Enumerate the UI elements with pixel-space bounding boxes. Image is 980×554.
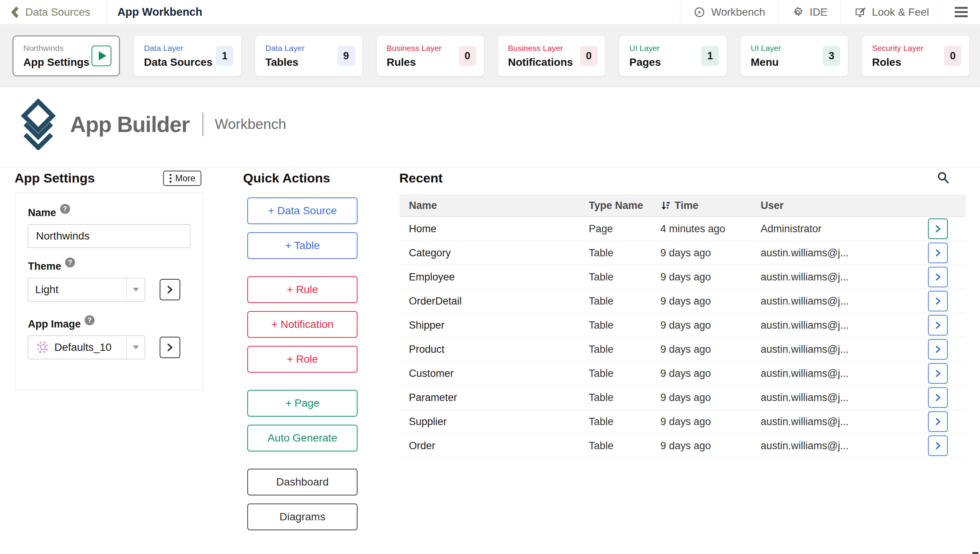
layer-card-menu[interactable]: UI LayerMenu3 <box>741 36 848 76</box>
card-title: App Settings <box>23 56 90 68</box>
logo-title: App Builder <box>70 112 189 137</box>
search-icon[interactable] <box>936 171 950 185</box>
chevron-right-icon <box>935 345 941 354</box>
card-title: Data Sources <box>144 56 212 68</box>
open-row-button[interactable] <box>928 363 948 384</box>
open-row-button[interactable] <box>928 387 948 408</box>
auto-generate-button[interactable]: Auto Generate <box>247 425 358 451</box>
add-rule-button[interactable]: + Rule <box>247 276 358 303</box>
chevron-down-icon <box>126 336 145 359</box>
more-button-label: More <box>175 173 195 184</box>
add-role-button[interactable]: + Role <box>247 346 358 373</box>
open-row-button[interactable] <box>928 218 948 239</box>
count-badge: 1 <box>701 46 719 66</box>
open-row-button[interactable] <box>928 339 948 360</box>
nav-look-feel[interactable]: Look & Feel <box>841 0 942 24</box>
nav-workbench[interactable]: Workbench <box>680 0 778 24</box>
table-row-parameter[interactable]: ParameterTable9 days agoaustin.williams@… <box>399 386 966 410</box>
cell-name: Category <box>409 247 589 259</box>
dashboard-button[interactable]: Dashboard <box>247 469 358 495</box>
name-input[interactable] <box>28 224 190 248</box>
column-header-name[interactable]: Name <box>409 200 589 212</box>
column-header-type-name[interactable]: Type Name <box>589 200 660 212</box>
app-image-open-button[interactable] <box>160 337 180 358</box>
chevron-right-icon <box>935 225 941 233</box>
layer-card-data-sources[interactable]: Data LayerData Sources1 <box>134 36 241 76</box>
table-row-customer[interactable]: CustomerTable9 days agoaustin.williams@j… <box>399 362 966 386</box>
column-header-user[interactable]: User <box>761 200 928 212</box>
kebab-icon <box>169 173 172 183</box>
divider <box>203 112 203 136</box>
open-row-button[interactable] <box>928 435 948 456</box>
count-badge: 0 <box>459 46 476 66</box>
recent-heading: Recent <box>399 171 443 186</box>
chevron-right-icon <box>935 273 941 281</box>
cell-time: 9 days ago <box>660 271 761 283</box>
table-row-category[interactable]: CategoryTable9 days agoaustin.williams@j… <box>399 241 966 265</box>
layer-card-app-settings[interactable]: NorthwindsApp Settings <box>13 36 120 76</box>
cell-name: Order <box>409 440 589 452</box>
table-row-orderdetail[interactable]: OrderDetailTable9 days agoaustin.william… <box>399 289 966 313</box>
card-layer-label: UI Layer <box>629 44 661 53</box>
cell-time: 9 days ago <box>660 416 761 428</box>
open-row-button[interactable] <box>928 291 948 311</box>
cell-name: Home <box>409 223 589 235</box>
open-row-button[interactable] <box>928 315 948 336</box>
add-data-source-button[interactable]: + Data Source <box>247 197 358 224</box>
app-image-select-value: Defaults_10 <box>54 341 111 354</box>
column-header-time[interactable]: Time <box>660 200 761 212</box>
open-row-button[interactable] <box>928 243 948 263</box>
cell-type-name: Table <box>589 344 660 355</box>
more-button[interactable]: More <box>163 171 201 186</box>
layer-card-tables[interactable]: Data LayerTables9 <box>255 36 363 76</box>
add-page-button[interactable]: + Page <box>247 390 358 417</box>
sort-descending-icon <box>660 200 671 211</box>
table-row-order[interactable]: OrderTable9 days agoaustin.williams@j... <box>399 434 966 458</box>
cell-user: austin.williams@j... <box>761 440 928 452</box>
table-row-product[interactable]: ProductTable9 days agoaustin.williams@j.… <box>399 337 966 362</box>
app-builder-logo: App Builder Workbench <box>19 99 286 150</box>
nav-ide[interactable]: IDE <box>778 0 841 24</box>
cell-name: Customer <box>409 368 589 380</box>
table-row-employee[interactable]: EmployeeTable9 days agoaustin.williams@j… <box>399 265 966 289</box>
cell-name: Shipper <box>409 319 589 331</box>
cell-time: 9 days ago <box>660 368 761 380</box>
chevron-right-icon <box>935 297 941 305</box>
cell-type-name: Table <box>589 271 660 283</box>
theme-select[interactable]: Light <box>28 278 145 301</box>
card-title: Pages <box>629 56 661 68</box>
help-icon[interactable]: ? <box>60 204 70 214</box>
open-row-button[interactable] <box>928 411 948 432</box>
add-table-button[interactable]: + Table <box>247 232 358 259</box>
table-row-supplier[interactable]: SupplierTable9 days agoaustin.williams@j… <box>399 410 966 434</box>
help-icon[interactable]: ? <box>85 315 95 325</box>
cell-user: austin.williams@j... <box>761 319 928 331</box>
cell-time: 9 days ago <box>660 344 761 355</box>
table-row-shipper[interactable]: ShipperTable9 days agoaustin.williams@j.… <box>399 313 966 337</box>
diagrams-button[interactable]: Diagrams <box>247 503 358 530</box>
scrollbar-thumb[interactable] <box>972 552 978 554</box>
layer-card-roles[interactable]: Security LayerRoles0 <box>862 36 969 76</box>
cell-type-name: Table <box>589 416 660 428</box>
count-badge: 9 <box>337 46 355 66</box>
theme-open-button[interactable] <box>160 279 180 300</box>
app-image-select[interactable]: Defaults_10 <box>28 336 145 359</box>
run-app-button[interactable] <box>91 46 111 66</box>
logo-subtitle: Workbench <box>215 116 286 132</box>
layer-card-rules[interactable]: Business LayerRules0 <box>377 36 484 76</box>
page-title: App Workbench <box>107 0 203 24</box>
table-row-home[interactable]: HomePage4 minutes agoAdministrator <box>399 217 966 241</box>
layer-card-notifications[interactable]: Business LayerNotifications0 <box>498 36 605 76</box>
chevron-right-icon <box>167 343 173 352</box>
open-row-button[interactable] <box>928 267 948 287</box>
help-icon[interactable]: ? <box>65 257 75 267</box>
add-notification-button[interactable]: + Notification <box>247 311 358 338</box>
cell-name: Parameter <box>409 392 589 404</box>
count-badge: 0 <box>944 46 962 66</box>
layer-card-pages[interactable]: UI LayerPages1 <box>619 36 727 76</box>
count-badge: 0 <box>580 46 598 66</box>
back-link-label: Data Sources <box>25 6 90 18</box>
nav-workbench-label: Workbench <box>711 6 765 18</box>
back-link[interactable]: Data Sources <box>0 0 106 24</box>
menu-button[interactable] <box>942 0 980 24</box>
